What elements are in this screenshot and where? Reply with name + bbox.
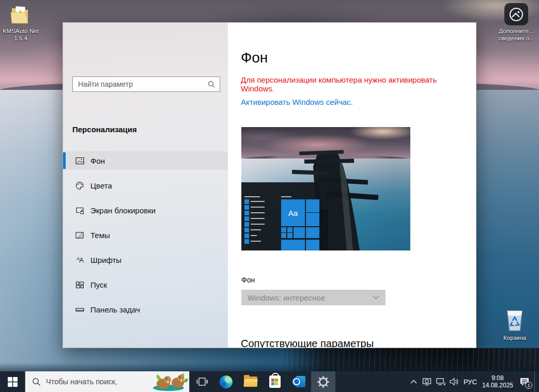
sidebar-item-background[interactable]: Фон [63, 151, 228, 170]
icon-label-2: сведения о... [498, 35, 534, 41]
desktop: KMSAuto Net 1.5.4 Дополните... сведения … [0, 0, 539, 392]
desktop-icon-kmsauto[interactable]: KMSAuto Net 1.5.4 [0, 4, 43, 42]
preview-start-menu: Aa [241, 182, 319, 250]
sidebar-item-taskbar[interactable]: Панель задач [63, 300, 228, 319]
lock-screen-icon [75, 206, 84, 215]
icon-label: KMSAuto Net [3, 28, 39, 34]
chevron-down-icon [373, 295, 379, 300]
file-explorer-icon [244, 377, 257, 387]
search-icon [32, 378, 41, 386]
icon-label: Дополните... [499, 28, 533, 34]
sidebar-item-label: Пуск [90, 280, 107, 289]
sidebar-item-label: Экран блокировки [90, 206, 156, 215]
sidebar-item-fonts[interactable]: AA Шрифты [63, 250, 228, 269]
search-highlight-otters-image [149, 372, 188, 391]
settings-window: Параметры Главная [63, 22, 476, 348]
taskbar-search-box[interactable] [25, 371, 190, 392]
file-explorer-button[interactable] [238, 371, 263, 392]
sidebar-item-label: Цвета [90, 181, 112, 190]
background-dropdown-label: Фон [241, 276, 255, 284]
taskbar-apps [190, 371, 335, 392]
language-indicator[interactable]: РУС [461, 378, 480, 386]
search-icon [208, 81, 215, 88]
task-view-icon [196, 376, 208, 387]
taskbar-icon [75, 305, 84, 314]
settings-sidebar: Главная Персонализация Фон [63, 23, 228, 348]
related-settings-title: Сопутствующие параметры [241, 338, 374, 348]
taskbar-search-input[interactable] [41, 378, 149, 386]
tray-volume-button[interactable] [448, 371, 460, 392]
picture-icon [504, 3, 528, 25]
settings-gear-icon [317, 375, 330, 388]
settings-search-input[interactable] [73, 80, 208, 88]
tray-cast-button[interactable] [421, 371, 433, 392]
background-dropdown[interactable]: Windows: интересное [241, 290, 386, 305]
wallpaper-shore [0, 363, 539, 371]
action-center-button[interactable]: 1 [516, 371, 533, 392]
desktop-icon-more-info[interactable]: Дополните... сведения о... [494, 3, 538, 42]
background-preview: Aa [241, 127, 410, 250]
windows-logo-icon [8, 377, 18, 387]
sidebar-item-start[interactable]: Пуск [63, 275, 228, 294]
colors-icon [75, 181, 84, 190]
background-icon [75, 156, 84, 165]
edge-icon [220, 375, 233, 388]
sidebar-item-label: Панель задач [90, 305, 140, 314]
microsoft-store-icon [269, 375, 281, 388]
activation-warning: Для персонализации компьютера нужно акти… [241, 75, 463, 93]
settings-taskbar-button[interactable] [311, 371, 335, 392]
taskbar: РУС 9:08 14.08.2025 1 [0, 371, 539, 392]
start-button[interactable] [0, 371, 25, 392]
microsoft-store-button[interactable] [263, 371, 287, 392]
tray-expand-button[interactable] [407, 371, 420, 392]
sidebar-item-label: Шрифты [90, 256, 121, 264]
cast-display-icon [422, 378, 432, 386]
clock-date: 14.08.2025 [481, 382, 515, 389]
activate-windows-link[interactable]: Активировать Windows сейчас. [241, 98, 353, 106]
icon-label-2: 1.5.4 [14, 35, 27, 41]
settings-content: Фон Для персонализации компьютера нужно … [228, 23, 476, 348]
sidebar-item-label: Темы [90, 231, 110, 240]
outlook-button[interactable] [287, 371, 311, 392]
settings-search-box[interactable] [72, 76, 220, 92]
edge-button[interactable] [214, 371, 238, 392]
task-view-button[interactable] [190, 371, 214, 392]
dropdown-value: Windows: интересное [248, 293, 373, 302]
tray-network-button[interactable] [434, 371, 446, 392]
desktop-icon-recycle-bin[interactable]: Корзина [492, 307, 537, 341]
sidebar-item-lock-screen[interactable]: Экран блокировки [63, 201, 228, 219]
notification-badge: 1 [525, 382, 532, 389]
recycle-bin-icon [502, 307, 527, 333]
sidebar-item-themes[interactable]: Темы [63, 226, 228, 244]
themes-icon [75, 231, 84, 240]
clock[interactable]: 9:08 14.08.2025 [481, 374, 515, 389]
sidebar-nav: Фон Цвета Экран блокировки [63, 151, 228, 325]
sidebar-item-label: Фон [90, 156, 105, 165]
sidebar-item-colors[interactable]: Цвета [63, 176, 228, 195]
show-desktop-button[interactable] [534, 371, 537, 392]
page-title: Фон [241, 50, 268, 66]
start-icon [75, 280, 84, 289]
network-icon [436, 378, 445, 386]
folder-icon [9, 4, 33, 26]
preview-tile-aa: Aa [281, 199, 305, 226]
volume-icon [449, 378, 459, 386]
sidebar-section-title: Персонализация [72, 125, 137, 134]
icon-label: Корзина [503, 335, 526, 341]
system-tray: РУС 9:08 14.08.2025 1 [407, 371, 539, 392]
clock-time: 9:08 [481, 374, 515, 382]
chevron-up-icon [410, 380, 417, 384]
fonts-icon: AA [75, 256, 84, 264]
outlook-icon [293, 376, 305, 387]
